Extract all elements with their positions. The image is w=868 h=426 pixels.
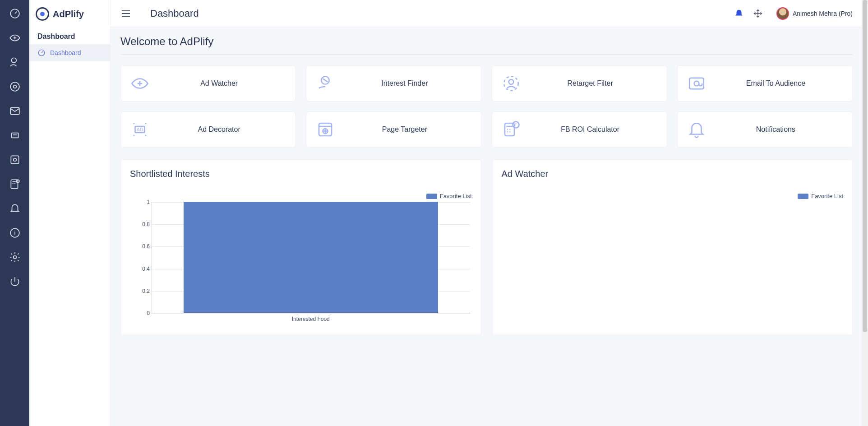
rail-help-icon[interactable]: i bbox=[6, 226, 24, 240]
svg-point-26 bbox=[508, 79, 513, 84]
rail-power-icon[interactable] bbox=[6, 274, 24, 289]
legend-swatch-icon bbox=[798, 194, 808, 199]
tile-retarget-filter[interactable]: Retarget Filter bbox=[492, 65, 667, 102]
rail-adwatcher-icon[interactable] bbox=[6, 31, 24, 45]
tile-ad-watcher[interactable]: Ad Watcher bbox=[120, 65, 296, 102]
legend-swatch-icon bbox=[426, 194, 437, 199]
rail-retarget-icon[interactable] bbox=[6, 79, 24, 94]
svg-text:AD: AD bbox=[137, 127, 143, 132]
svg-point-28 bbox=[694, 81, 699, 86]
svg-point-25 bbox=[504, 76, 518, 91]
calc-fb-icon: f bbox=[500, 119, 522, 140]
svg-rect-7 bbox=[11, 133, 18, 138]
window-scrollbar[interactable] bbox=[862, 0, 868, 426]
tile-label: Retarget Filter bbox=[522, 79, 659, 88]
shortlisted-chart: 00.20.40.60.81 Interested Food bbox=[138, 202, 472, 324]
tile-grid: Ad Watcher Interest Finder Retarget Filt… bbox=[120, 65, 853, 148]
page-title: Dashboard bbox=[150, 8, 199, 19]
hand-percent-icon bbox=[314, 73, 336, 94]
gauge-icon bbox=[37, 49, 46, 57]
menu-icon[interactable] bbox=[120, 8, 131, 19]
svg-point-4 bbox=[10, 82, 19, 91]
target-user-icon bbox=[500, 73, 522, 94]
rail-targeter-icon[interactable] bbox=[6, 153, 24, 167]
sidebar: AdPlify Dashboard Dashboard bbox=[29, 0, 111, 426]
ad-sparkle-icon: AD bbox=[129, 119, 151, 140]
mail-at-icon bbox=[686, 73, 707, 94]
panel-adwatcher: Ad Watcher Favorite List bbox=[492, 159, 853, 335]
svg-rect-10 bbox=[11, 180, 18, 189]
chart-legend: Favorite List bbox=[130, 193, 472, 199]
chart-y-axis: 00.20.40.60.81 bbox=[138, 202, 151, 313]
rail-dashboard-icon[interactable] bbox=[6, 6, 24, 21]
page-target-icon bbox=[314, 119, 336, 140]
tile-roi-calc[interactable]: f FB ROI Calculator bbox=[492, 111, 667, 148]
svg-point-9 bbox=[13, 158, 16, 162]
panel-shortlisted: Shortlisted Interests Favorite List 00.2… bbox=[120, 159, 481, 335]
panel-title: Ad Watcher bbox=[502, 169, 844, 179]
user-name: Animesh Mehra (Pro) bbox=[793, 10, 853, 17]
bell-icon[interactable] bbox=[734, 9, 744, 19]
brand[interactable]: AdPlify bbox=[29, 0, 110, 26]
svg-text:i: i bbox=[14, 229, 15, 236]
rail-notifications-icon[interactable] bbox=[6, 201, 24, 216]
chart-plot-area bbox=[152, 202, 470, 313]
panel-row: Shortlisted Interests Favorite List 00.2… bbox=[120, 159, 853, 335]
svg-point-3 bbox=[11, 58, 16, 63]
panel-title: Shortlisted Interests bbox=[130, 169, 472, 179]
legend-label: Favorite List bbox=[811, 193, 843, 199]
tile-label: Notifications bbox=[707, 125, 844, 134]
eye-plus-icon bbox=[129, 73, 151, 94]
bell-outline-icon bbox=[686, 119, 707, 140]
legend-label: Favorite List bbox=[440, 193, 472, 199]
sidebar-item-label: Dashboard bbox=[50, 49, 81, 56]
user-menu[interactable]: Animesh Mehra (Pro) bbox=[776, 7, 853, 20]
tile-label: Ad Watcher bbox=[151, 79, 287, 88]
topbar: Dashboard Animesh Mehra (Pro) bbox=[111, 0, 863, 27]
rail-roi-icon[interactable] bbox=[6, 177, 24, 191]
window-scrollbar-thumb[interactable] bbox=[863, 0, 867, 332]
tile-label: Interest Finder bbox=[336, 79, 473, 88]
fullscreen-icon[interactable] bbox=[753, 9, 763, 19]
rail-interest-icon[interactable] bbox=[6, 55, 24, 69]
svg-rect-8 bbox=[11, 156, 18, 163]
tile-email-audience[interactable]: Email To Audience bbox=[677, 65, 853, 102]
avatar bbox=[776, 7, 789, 20]
brand-logo-icon bbox=[36, 7, 49, 21]
tile-label: FB ROI Calculator bbox=[522, 125, 659, 134]
sidebar-heading: Dashboard bbox=[29, 26, 110, 44]
tile-page-targeter[interactable]: Page Targeter bbox=[306, 111, 481, 148]
svg-rect-6 bbox=[10, 107, 19, 114]
welcome-heading: Welcome to AdPlify bbox=[120, 35, 853, 55]
tile-interest-finder[interactable]: Interest Finder bbox=[306, 65, 481, 102]
tile-ad-decorator[interactable]: AD Ad Decorator bbox=[120, 111, 296, 148]
tile-label: Page Targeter bbox=[336, 125, 473, 134]
main: Dashboard Animesh Mehra (Pro) Welcome to… bbox=[111, 0, 863, 426]
chart-x-label: Interested Food bbox=[152, 316, 470, 322]
rail-email-icon[interactable] bbox=[6, 104, 24, 118]
tile-label: Ad Decorator bbox=[151, 125, 287, 134]
sidebar-item-dashboard[interactable]: Dashboard bbox=[29, 44, 110, 61]
chart-legend: Favorite List bbox=[502, 193, 844, 199]
brand-name: AdPlify bbox=[53, 9, 84, 19]
content: Welcome to AdPlify Ad Watcher Interest F… bbox=[111, 27, 863, 343]
svg-point-17 bbox=[13, 256, 16, 259]
svg-text:f: f bbox=[515, 122, 517, 127]
rail-decorator-icon[interactable] bbox=[6, 128, 24, 143]
tile-notifications[interactable]: Notifications bbox=[677, 111, 853, 148]
svg-point-5 bbox=[13, 85, 16, 88]
tile-label: Email To Audience bbox=[707, 79, 844, 88]
icon-rail: i bbox=[0, 0, 29, 426]
rail-settings-icon[interactable] bbox=[6, 250, 24, 264]
